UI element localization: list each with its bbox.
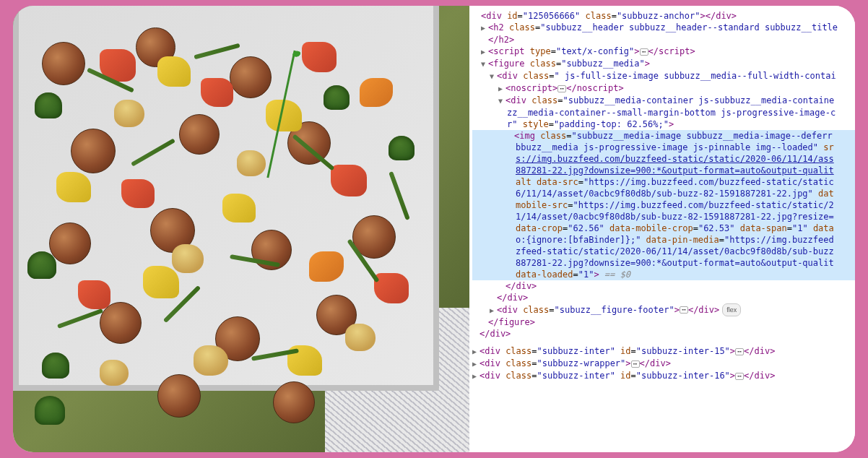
- ellipsis-icon[interactable]: ⋯: [680, 306, 688, 314]
- collapse-arrow-icon[interactable]: ▼: [498, 95, 505, 107]
- devtools-elements-panel[interactable]: <div id="125056666" class="subbuzz-ancho…: [469, 6, 855, 452]
- dom-node[interactable]: ▶<div class="subbuzz-inter" id="subbuzz-…: [472, 370, 855, 382]
- dom-node-close: </h2>: [472, 34, 855, 46]
- dom-node[interactable]: ▶<div class="subbuzz-inter" id="subbuzz-…: [472, 345, 855, 358]
- dom-node[interactable]: <div id="125056666" class="subbuzz-ancho…: [472, 10, 855, 22]
- dom-node[interactable]: ▶<noscript>⋯</noscript>: [472, 82, 855, 95]
- dom-node[interactable]: ▼<div class=" js-full-size-image subbuzz…: [472, 70, 855, 82]
- dom-node[interactable]: ▶<script type="text/x-config">⋯</script>: [472, 46, 855, 58]
- expand-arrow-icon[interactable]: ▶: [481, 46, 488, 58]
- ellipsis-icon[interactable]: ⋯: [557, 85, 566, 92]
- expand-arrow-icon[interactable]: ▶: [472, 371, 479, 382]
- dom-node[interactable]: ▼<div class="subbuzz__media-container js…: [472, 95, 855, 107]
- collapse-arrow-icon[interactable]: ▼: [481, 59, 488, 70]
- expand-arrow-icon[interactable]: ▶: [481, 22, 488, 34]
- dom-node[interactable]: ▼<figure class="subbuzz__media">: [472, 58, 855, 70]
- dom-node[interactable]: ▶<div class="subuzz__figure-footer">⋯</d…: [472, 303, 855, 316]
- selected-node-indicator: == $0: [599, 269, 630, 280]
- selected-dom-node[interactable]: <img class="subbuzz__media-image subbuzz…: [472, 130, 855, 280]
- ellipsis-icon[interactable]: ⋯: [735, 373, 744, 380]
- ellipsis-icon[interactable]: ⋯: [735, 348, 744, 355]
- screenshot-card: <div id="125056666" class="subbuzz-ancho…: [13, 6, 855, 452]
- dom-node[interactable]: ▶<div class="subbuzz-wrapper">⋯</div>: [472, 358, 855, 370]
- dom-node[interactable]: ▶<h2 class="subbuzz__header subbuzz__hea…: [472, 22, 855, 34]
- expand-arrow-icon[interactable]: ▶: [498, 83, 505, 95]
- flex-badge[interactable]: flex: [722, 303, 741, 316]
- dom-node-wrap: r" style="padding-top: 62.56%;">: [472, 118, 855, 130]
- dom-node-close: </div>: [472, 328, 855, 340]
- expand-arrow-icon[interactable]: ▶: [490, 305, 497, 316]
- expand-arrow-icon[interactable]: ▶: [472, 346, 479, 358]
- dom-node-close: </figure>: [472, 316, 855, 328]
- article-image: [13, 6, 469, 452]
- dom-node-close: </div>: [472, 280, 855, 292]
- expand-arrow-icon[interactable]: ▶: [472, 358, 479, 370]
- ellipsis-icon[interactable]: ⋯: [640, 48, 648, 56]
- collapse-arrow-icon[interactable]: ▼: [490, 71, 497, 82]
- dom-node-wrap: zz__media-container--small-margin-bottom…: [472, 107, 855, 118]
- dom-node-close: </div>: [472, 292, 855, 303]
- ellipsis-icon[interactable]: ⋯: [631, 360, 640, 368]
